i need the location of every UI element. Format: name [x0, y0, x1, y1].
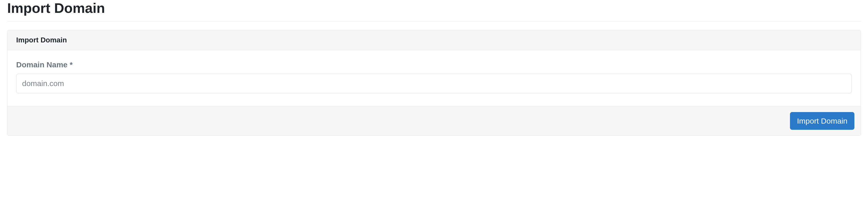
import-domain-button[interactable]: Import Domain	[790, 112, 855, 130]
domain-name-input[interactable]	[16, 74, 852, 93]
domain-name-label: Domain Name *	[16, 60, 852, 69]
panel-footer: Import Domain	[7, 106, 861, 135]
import-domain-panel: Import Domain Domain Name * Import Domai…	[7, 30, 861, 136]
panel-body: Domain Name *	[7, 50, 861, 106]
panel-header: Import Domain	[7, 30, 861, 50]
page-title: Import Domain	[7, 0, 861, 21]
domain-name-group: Domain Name *	[16, 60, 852, 93]
